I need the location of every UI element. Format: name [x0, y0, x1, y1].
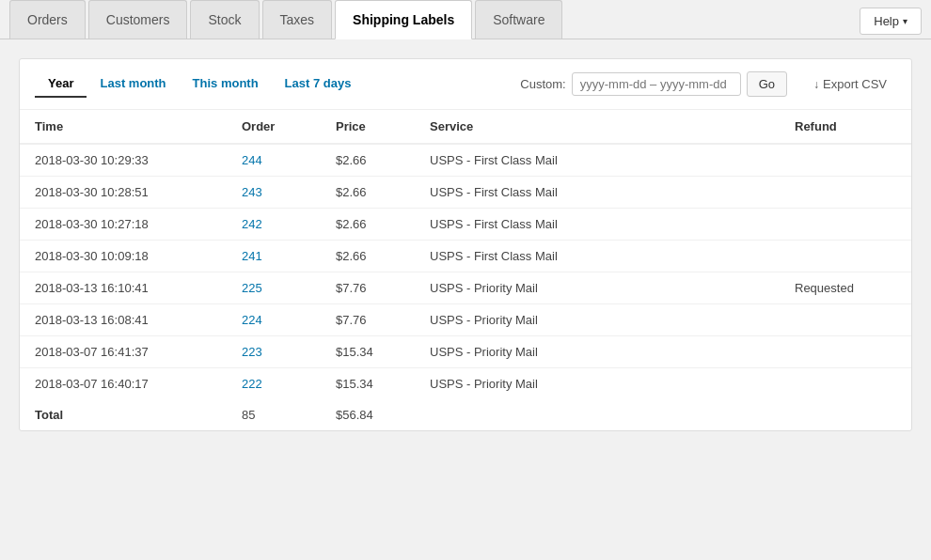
cell-service: USPS - First Class Mail [415, 144, 780, 177]
cell-service: USPS - Priority Mail [415, 336, 780, 368]
cell-order: 224 [227, 304, 321, 336]
cell-refund [780, 209, 911, 241]
table-row: 2018-03-30 10:29:33244$2.66USPS - First … [20, 144, 911, 177]
filter-bar: Year Last month This month Last 7 days C… [20, 59, 911, 110]
cell-price: $2.66 [321, 209, 415, 241]
cell-refund: Requested [780, 272, 911, 304]
table-row: 2018-03-30 10:27:18242$2.66USPS - First … [20, 209, 911, 241]
top-nav: Orders Customers Stock Taxes Shipping La… [0, 0, 931, 39]
tab-stock[interactable]: Stock [190, 0, 259, 39]
order-link[interactable]: 241 [242, 249, 262, 263]
cell-price: $7.76 [321, 272, 415, 304]
table-row: 2018-03-30 10:28:51243$2.66USPS - First … [20, 177, 911, 209]
tab-taxes[interactable]: Taxes [262, 0, 333, 39]
cell-price: $7.76 [321, 304, 415, 336]
total-service-empty [415, 399, 780, 430]
col-header-price: Price [321, 110, 415, 144]
cell-price: $2.66 [321, 177, 415, 209]
col-header-time: Time [20, 110, 227, 144]
cell-time: 2018-03-30 10:27:18 [20, 209, 227, 241]
table-row: 2018-03-07 16:40:17222$15.34USPS - Prior… [20, 368, 911, 400]
cell-time: 2018-03-30 10:09:18 [20, 241, 227, 272]
cell-service: USPS - Priority Mail [415, 272, 780, 304]
table-row: 2018-03-30 10:09:18241$2.66USPS - First … [20, 241, 911, 272]
cell-time: 2018-03-30 10:29:33 [20, 144, 227, 177]
cell-price: $2.66 [321, 241, 415, 272]
cell-price: $15.34 [321, 336, 415, 368]
total-price: $56.84 [321, 399, 415, 430]
go-button[interactable]: Go [747, 71, 787, 97]
download-icon: ↓ [813, 78, 819, 91]
filter-year[interactable]: Year [35, 70, 87, 98]
cell-service: USPS - First Class Mail [415, 209, 780, 241]
table-total-row: Total 85 $56.84 [20, 399, 911, 430]
tab-orders[interactable]: Orders [9, 0, 86, 39]
main-content: Year Last month This month Last 7 days C… [19, 58, 912, 431]
export-csv-label: Export CSV [823, 77, 887, 91]
help-chevron-icon: ▾ [903, 16, 907, 26]
help-button[interactable]: Help ▾ [860, 8, 922, 35]
cell-order: 243 [227, 177, 321, 209]
export-csv-button[interactable]: ↓ Export CSV [804, 72, 896, 96]
cell-refund [780, 241, 911, 272]
tab-shipping-labels[interactable]: Shipping Labels [335, 0, 472, 39]
cell-order: 223 [227, 336, 321, 368]
filter-this-month[interactable]: This month [180, 70, 272, 98]
custom-range-input[interactable] [572, 72, 741, 96]
total-label: Total [20, 399, 227, 430]
col-header-order: Order [227, 110, 321, 144]
table-header-row: Time Order Price Service Refund [20, 110, 911, 144]
cell-service: USPS - Priority Mail [415, 304, 780, 336]
order-link[interactable]: 224 [242, 313, 262, 327]
cell-refund [780, 304, 911, 336]
order-link[interactable]: 223 [242, 345, 262, 359]
cell-time: 2018-03-13 16:10:41 [20, 272, 227, 304]
cell-price: $15.34 [321, 368, 415, 400]
total-refund-empty [780, 399, 911, 430]
cell-service: USPS - First Class Mail [415, 241, 780, 272]
cell-refund [780, 144, 911, 177]
order-link[interactable]: 243 [242, 185, 262, 199]
cell-time: 2018-03-07 16:41:37 [20, 336, 227, 368]
cell-service: USPS - Priority Mail [415, 368, 780, 400]
cell-refund [780, 368, 911, 400]
filter-last-month[interactable]: Last month [87, 70, 179, 98]
cell-refund [780, 177, 911, 209]
order-link[interactable]: 244 [242, 153, 262, 167]
cell-order: 242 [227, 209, 321, 241]
cell-order: 244 [227, 144, 321, 177]
order-link[interactable]: 225 [242, 281, 262, 295]
tab-software[interactable]: Software [475, 0, 562, 39]
help-area: Help ▾ [860, 8, 922, 35]
cell-time: 2018-03-07 16:40:17 [20, 368, 227, 400]
cell-order: 225 [227, 272, 321, 304]
col-header-service: Service [415, 110, 780, 144]
cell-price: $2.66 [321, 144, 415, 177]
table-row: 2018-03-13 16:08:41224$7.76USPS - Priori… [20, 304, 911, 336]
order-link[interactable]: 242 [242, 217, 262, 231]
cell-time: 2018-03-30 10:28:51 [20, 177, 227, 209]
cell-time: 2018-03-13 16:08:41 [20, 304, 227, 336]
cell-service: USPS - First Class Mail [415, 177, 780, 209]
help-label: Help [874, 14, 899, 28]
custom-range-area: Custom: Go ↓ Export CSV [520, 71, 896, 97]
tab-customers[interactable]: Customers [88, 0, 188, 39]
total-order-count: 85 [227, 399, 321, 430]
table-row: 2018-03-07 16:41:37223$15.34USPS - Prior… [20, 336, 911, 368]
custom-range-label: Custom: [520, 77, 565, 91]
filter-last-7-days[interactable]: Last 7 days [272, 70, 365, 98]
shipping-labels-table: Time Order Price Service Refund 2018-03-… [20, 110, 911, 430]
col-header-refund: Refund [780, 110, 911, 144]
order-link[interactable]: 222 [242, 377, 262, 391]
cell-order: 222 [227, 368, 321, 400]
table-row: 2018-03-13 16:10:41225$7.76USPS - Priori… [20, 272, 911, 304]
cell-order: 241 [227, 241, 321, 272]
cell-refund [780, 336, 911, 368]
